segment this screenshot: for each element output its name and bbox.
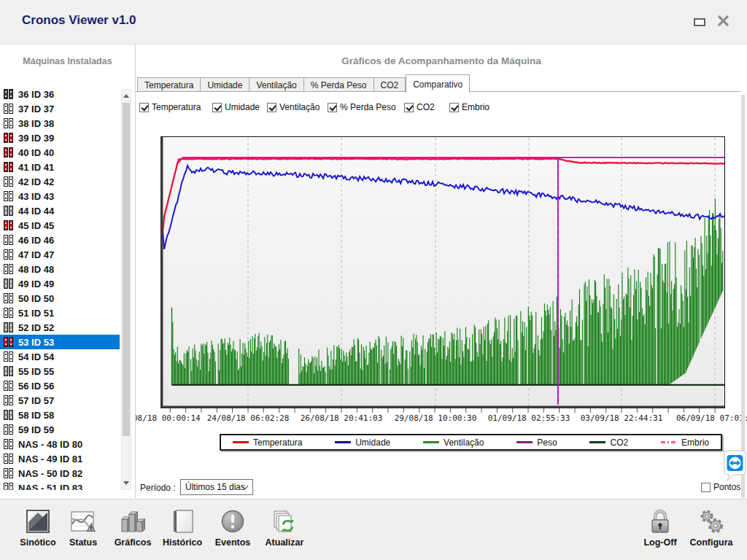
machine-status-icon — [4, 293, 13, 303]
minimize-button[interactable] — [694, 16, 705, 29]
machine-item[interactable]: 56 ID 56 — [0, 378, 120, 393]
machine-item[interactable]: 37 ID 37 — [0, 101, 120, 116]
machine-label: 54 ID 54 — [18, 351, 54, 362]
toolbar-button-label: Eventos — [204, 537, 261, 548]
alert-circle-icon — [204, 505, 261, 537]
scrollbar-thumb[interactable] — [123, 103, 130, 436]
x-axis-tick-label: 06/09/18 07:01:5 — [676, 413, 747, 423]
toolbar-button-label: Histórico — [154, 537, 211, 548]
machine-status-icon — [4, 133, 13, 143]
machine-label: 58 ID 58 — [18, 410, 54, 421]
comparison-chart-plot[interactable] — [160, 136, 725, 414]
series-checkbox-ventila-o[interactable]: Ventilação — [267, 102, 320, 112]
gears-icon — [683, 505, 740, 537]
machine-item[interactable]: NAS - 51 ID 83 — [0, 481, 120, 490]
machine-status-icon — [4, 322, 13, 332]
tab-umidade[interactable]: Umidade — [201, 77, 249, 92]
machine-label: NAS - 51 ID 83 — [18, 483, 82, 491]
x-axis-tick-label: 26/08/18 20:41:03 — [301, 413, 383, 423]
series-checkbox-perda-peso[interactable]: % Perda Peso — [328, 102, 396, 112]
series-checkbox-embrio[interactable]: Embrio — [449, 102, 489, 112]
legend-item-embrio: Embrio — [661, 438, 709, 448]
machine-item[interactable]: 47 ID 47 — [0, 247, 120, 262]
machine-item[interactable]: 44 ID 44 — [0, 203, 120, 218]
machine-item[interactable]: 40 ID 40 — [0, 145, 120, 160]
machine-item[interactable]: 50 ID 50 — [0, 291, 120, 306]
machine-item[interactable]: 38 ID 38 — [0, 116, 120, 131]
series-checkbox-temperatura[interactable]: Temperatura — [139, 102, 201, 112]
period-select[interactable]: Últimos 15 dias — [180, 479, 253, 495]
machine-status-icon — [4, 147, 13, 158]
toolbar-button-atualizar[interactable]: Atualizar — [256, 505, 313, 548]
toolbar-button-status[interactable]: Status — [55, 505, 112, 548]
machine-status-icon — [4, 395, 13, 405]
legend-label: Ventilação — [444, 438, 484, 448]
machine-item[interactable]: 55 ID 55 — [0, 364, 120, 378]
close-button[interactable] — [717, 15, 729, 30]
machine-status-icon — [4, 366, 13, 376]
machine-item[interactable]: 36 ID 36 — [0, 87, 120, 101]
checkbox-icon — [139, 103, 149, 112]
machine-status-icon — [4, 89, 13, 99]
machine-item[interactable]: 43 ID 43 — [0, 189, 120, 203]
machine-item[interactable]: 41 ID 41 — [0, 160, 120, 174]
x-axis-labels: 08/18 00:00:1424/08/18 06:02:2826/08/18 … — [136, 413, 747, 426]
machine-label: 43 ID 43 — [18, 191, 54, 202]
sidebar-scrollbar[interactable] — [121, 89, 131, 490]
machine-item[interactable]: 48 ID 48 — [0, 262, 120, 276]
machine-item[interactable]: NAS - 48 ID 80 — [0, 437, 120, 451]
machine-item[interactable]: NAS - 49 ID 81 — [0, 451, 120, 466]
toolbar-button-configura[interactable]: Configura — [683, 505, 740, 548]
status-icon — [55, 505, 112, 537]
toolbar-button-hist-rico[interactable]: Histórico — [154, 505, 211, 548]
machine-item[interactable]: 57 ID 57 — [0, 393, 120, 408]
tab-comparativo[interactable]: Comparativo — [406, 74, 470, 93]
toolbar-button-gr-ficos[interactable]: Gráficos — [104, 505, 161, 548]
series-checkbox-umidade[interactable]: Umidade — [212, 102, 260, 112]
bottom-toolbar: SinóticoStatusGráficosHistóricoEventosAt… — [0, 499, 747, 560]
tab-perda-peso[interactable]: % Perda Peso — [304, 77, 374, 92]
x-axis-tick-label: 01/09/18 02:55:33 — [488, 413, 570, 423]
teamviewer-icon[interactable] — [723, 448, 746, 482]
machine-item[interactable]: 59 ID 59 — [0, 422, 120, 437]
tab-temperatura[interactable]: Temperatura — [137, 77, 201, 92]
machine-label: 36 ID 36 — [18, 89, 54, 100]
chart-legend: TemperaturaUmidadeVentilaçãoPesoCO2Embri… — [220, 434, 722, 451]
toolbar-button-eventos[interactable]: Eventos — [204, 505, 261, 548]
toolbar-button-label: Status — [55, 537, 112, 548]
checkbox-icon — [212, 103, 222, 112]
machine-label: 46 ID 46 — [18, 235, 54, 246]
notebook-icon — [154, 505, 211, 537]
machine-label: 49 ID 49 — [18, 279, 54, 289]
machine-label: 47 ID 47 — [18, 249, 54, 260]
toolbar-button-label: Log-Off — [632, 537, 689, 548]
scrollbar-up-icon[interactable] — [122, 90, 131, 102]
machine-item[interactable]: 53 ID 53 — [0, 335, 120, 349]
machine-item[interactable]: NAS - 50 ID 82 — [0, 466, 120, 481]
machine-status-icon — [4, 104, 13, 114]
toolbar-button-log-off[interactable]: Log-Off — [632, 505, 689, 548]
machine-item[interactable]: 45 ID 45 — [0, 218, 120, 233]
machine-label: 52 ID 52 — [18, 322, 54, 333]
machine-item[interactable]: 54 ID 54 — [0, 349, 120, 364]
machine-item[interactable]: 51 ID 51 — [0, 306, 120, 320]
legend-item-peso: Peso — [516, 438, 557, 448]
machine-item[interactable]: 39 ID 39 — [0, 131, 120, 145]
machine-item[interactable]: 58 ID 58 — [0, 408, 120, 422]
scrollbar-down-icon[interactable] — [122, 477, 131, 489]
machine-status-icon — [4, 206, 13, 216]
legend-swatch — [233, 441, 249, 443]
machine-label: 59 ID 59 — [18, 424, 54, 435]
tab-co2[interactable]: CO2 — [374, 77, 406, 92]
machine-status-icon — [4, 176, 13, 187]
machine-item[interactable]: 42 ID 42 — [0, 174, 120, 189]
pontos-checkbox[interactable]: Pontos — [701, 482, 740, 492]
legend-label: CO2 — [610, 438, 628, 448]
machine-item[interactable]: 49 ID 49 — [0, 276, 120, 291]
machine-item[interactable]: 46 ID 46 — [0, 233, 120, 247]
toolbar-button-label: Gráficos — [104, 537, 161, 548]
machine-item[interactable]: 52 ID 52 — [0, 320, 120, 335]
series-checkbox-co2[interactable]: CO2 — [404, 102, 435, 112]
machine-label: 57 ID 57 — [18, 395, 54, 406]
tab-ventila-o[interactable]: Ventilação — [249, 77, 303, 92]
